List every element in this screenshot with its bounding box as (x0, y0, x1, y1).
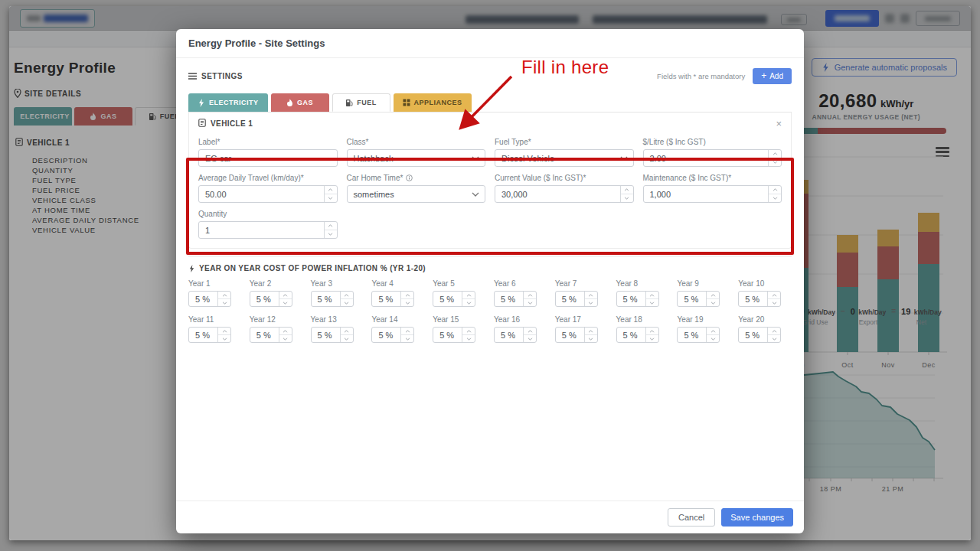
input-year-9[interactable]: 5 % (677, 291, 720, 307)
input-maintenance-inc-gst[interactable]: 1,000 (643, 185, 782, 203)
spinner[interactable] (584, 292, 597, 306)
input-average-daily-travel-km-day[interactable]: 50.00 (198, 185, 338, 203)
spin-down-icon[interactable] (707, 335, 719, 342)
spinner[interactable] (324, 186, 337, 202)
spinner[interactable] (523, 292, 536, 306)
spin-up-icon[interactable] (524, 292, 536, 299)
input-year-17[interactable]: 5 % (555, 327, 598, 343)
spin-down-icon[interactable] (769, 194, 781, 202)
spin-up-icon[interactable] (325, 222, 337, 230)
spin-up-icon[interactable] (462, 292, 475, 299)
spin-down-icon[interactable] (279, 299, 292, 306)
spin-up-icon[interactable] (768, 328, 780, 335)
spin-up-icon[interactable] (401, 292, 413, 299)
spinner[interactable] (768, 186, 781, 202)
spin-up-icon[interactable] (524, 328, 536, 335)
spin-up-icon[interactable] (218, 292, 230, 299)
input-year-16[interactable]: 5 % (494, 327, 537, 343)
input-label[interactable]: EG car (198, 149, 338, 167)
input-year-10[interactable]: 5 % (738, 291, 781, 307)
input-year-7[interactable]: 5 % (555, 291, 598, 307)
input-year-12[interactable]: 5 % (250, 327, 292, 343)
spinner[interactable] (462, 328, 475, 342)
spin-up-icon[interactable] (585, 292, 597, 299)
spin-down-icon[interactable] (341, 299, 353, 306)
add-button[interactable]: + Add (753, 68, 792, 84)
spin-up-icon[interactable] (279, 328, 292, 335)
tab-fuel[interactable]: FUEL (332, 93, 390, 112)
spinner[interactable] (279, 292, 292, 306)
input-year-15[interactable]: 5 % (433, 327, 475, 343)
spin-down-icon[interactable] (341, 335, 353, 342)
spinner[interactable] (767, 328, 780, 342)
spin-up-icon[interactable] (621, 186, 633, 194)
input-year-18[interactable]: 5 % (616, 327, 659, 343)
input-quantity[interactable]: 1 (198, 221, 338, 239)
spin-down-icon[interactable] (768, 335, 780, 342)
spin-up-icon[interactable] (341, 328, 353, 335)
input-year-6[interactable]: 5 % (494, 291, 537, 307)
spin-down-icon[interactable] (769, 158, 781, 166)
tab-appliances[interactable]: APPLIANCES (394, 93, 472, 112)
select-car-home-time[interactable]: sometimes (347, 185, 486, 203)
spin-up-icon[interactable] (341, 292, 353, 299)
spinner[interactable] (217, 328, 230, 342)
spin-down-icon[interactable] (646, 335, 658, 342)
spin-up-icon[interactable] (462, 328, 475, 335)
select-class[interactable]: Hatchback (347, 149, 486, 167)
close-vehicle-icon[interactable]: × (776, 120, 782, 128)
input-current-value-inc-gst[interactable]: 30,000 (495, 185, 634, 203)
spin-up-icon[interactable] (646, 328, 658, 335)
input-litre-inc-gst[interactable]: 2.00 (643, 149, 782, 167)
spin-down-icon[interactable] (585, 299, 597, 306)
spin-down-icon[interactable] (585, 335, 597, 342)
spinner[interactable] (400, 328, 413, 342)
select-fuel-type[interactable]: Diesel Vehicle (495, 149, 634, 167)
input-year-8[interactable]: 5 % (616, 291, 659, 307)
spin-up-icon[interactable] (768, 292, 780, 299)
spin-down-icon[interactable] (325, 194, 337, 202)
spinner[interactable] (645, 292, 658, 306)
input-year-11[interactable]: 5 % (188, 327, 231, 343)
spin-up-icon[interactable] (585, 328, 597, 335)
spinner[interactable] (706, 328, 719, 342)
spinner[interactable] (767, 292, 780, 306)
spin-up-icon[interactable] (279, 292, 292, 299)
input-year-2[interactable]: 5 % (250, 291, 292, 307)
input-year-1[interactable]: 5 % (188, 291, 231, 307)
spin-down-icon[interactable] (621, 194, 633, 202)
spinner[interactable] (340, 328, 353, 342)
spinner[interactable] (324, 222, 337, 238)
spin-down-icon[interactable] (401, 299, 413, 306)
spinner[interactable] (768, 150, 781, 166)
spin-down-icon[interactable] (462, 299, 475, 306)
spin-up-icon[interactable] (218, 328, 230, 335)
spin-up-icon[interactable] (646, 292, 658, 299)
info-icon[interactable] (406, 174, 413, 181)
input-year-5[interactable]: 5 % (433, 291, 475, 307)
spinner[interactable] (523, 328, 536, 342)
tab-electricity[interactable]: ELECTRICITY (188, 93, 268, 112)
input-year-3[interactable]: 5 % (311, 291, 354, 307)
spin-down-icon[interactable] (218, 299, 230, 306)
input-year-14[interactable]: 5 % (371, 327, 414, 343)
input-year-13[interactable]: 5 % (311, 327, 354, 343)
spin-down-icon[interactable] (325, 230, 337, 238)
spin-down-icon[interactable] (218, 335, 230, 342)
spin-up-icon[interactable] (325, 186, 337, 194)
spin-down-icon[interactable] (524, 299, 536, 306)
spin-up-icon[interactable] (707, 292, 719, 299)
save-changes-button[interactable]: Save changes (721, 508, 793, 527)
spin-up-icon[interactable] (707, 328, 719, 335)
spin-down-icon[interactable] (768, 299, 780, 306)
spin-down-icon[interactable] (279, 335, 292, 342)
spinner[interactable] (645, 328, 658, 342)
spin-down-icon[interactable] (401, 335, 413, 342)
spinner[interactable] (400, 292, 413, 306)
spin-down-icon[interactable] (462, 335, 475, 342)
input-year-20[interactable]: 5 % (738, 327, 781, 343)
spinner[interactable] (620, 186, 633, 202)
input-year-4[interactable]: 5 % (371, 291, 414, 307)
spinner[interactable] (340, 292, 353, 306)
input-year-19[interactable]: 5 % (677, 327, 720, 343)
